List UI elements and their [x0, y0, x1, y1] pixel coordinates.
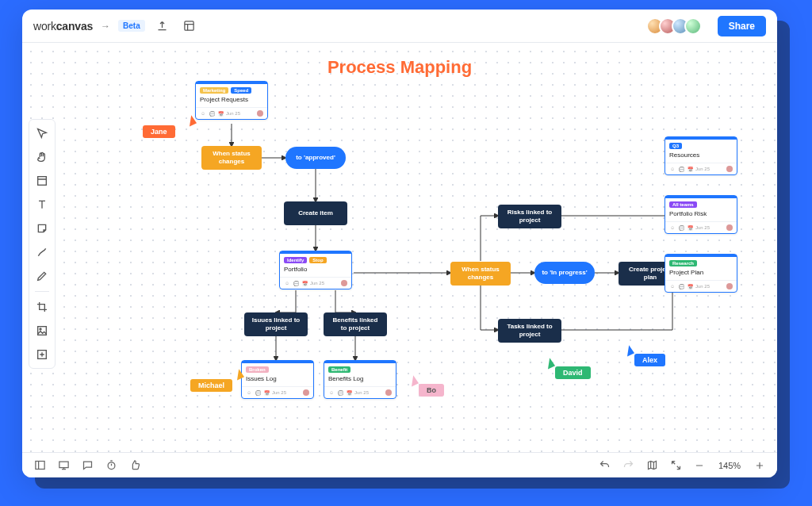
pill-risks-linked[interactable]: Risks linked to project [498, 205, 561, 228]
chip: Benefit [328, 366, 350, 373]
card-date: Jun 25 [695, 225, 710, 230]
svg-rect-6 [59, 462, 67, 468]
card-title: Benefits Log [324, 373, 396, 386]
select-tool[interactable] [33, 125, 51, 142]
date-icon: 📅 [217, 110, 224, 117]
svg-rect-0 [185, 21, 193, 30]
card-resources[interactable]: Q3 Resources ☺💬📅Jun 25 [665, 136, 737, 175]
svg-point-3 [40, 328, 41, 330]
panels-icon[interactable] [32, 458, 48, 473]
zoom-level[interactable]: 145% [715, 461, 744, 470]
card-avatar [257, 110, 263, 117]
chat-icon: 💬 [209, 110, 215, 117]
image-tool[interactable] [33, 322, 51, 339]
user-cursor-bo: Bo [419, 384, 444, 397]
logo-bold: canvas [56, 20, 93, 33]
card-issues-log[interactable]: Broken Issues Log ☺💬📅Jun 25 [241, 360, 314, 399]
avatar[interactable] [684, 17, 702, 35]
logo-prefix: work [33, 20, 56, 33]
canvas-title: Process Mapping [327, 57, 472, 78]
connectors [22, 43, 777, 452]
card-benefits-log[interactable]: Benefit Benefits Log ☺💬📅Jun 25 [324, 360, 396, 399]
pen-tool[interactable] [33, 267, 51, 285]
pill-benefits-linked[interactable]: Benefits linked to project [324, 312, 387, 336]
sticky-tool[interactable] [33, 220, 51, 237]
card-project-plan[interactable]: Research Project Plan ☺💬📅Jun 25 [665, 254, 737, 293]
text-tool[interactable] [33, 196, 51, 213]
timer-icon[interactable] [103, 458, 119, 473]
card-title: Portfolio Risk [665, 208, 737, 221]
app-window: workcanvas → Beta Share Process Mapping [22, 10, 777, 477]
upload-icon[interactable] [153, 17, 172, 36]
card-title: Project Plan [665, 266, 737, 280]
bottombar: 145% [22, 452, 777, 477]
comments-icon[interactable] [79, 458, 95, 473]
beta-badge: Beta [118, 20, 145, 32]
chip: Identify [284, 257, 307, 263]
card-date: Jun 25 [226, 111, 240, 116]
chip: Marketing [200, 87, 228, 94]
redo-icon[interactable] [620, 458, 636, 473]
user-cursor-jane: Jane [143, 125, 175, 138]
arrow-right-icon: → [101, 21, 110, 32]
card-portfolio-risk[interactable]: All teams Portfolio Risk ☺💬📅Jun 25 [665, 195, 737, 234]
chip: Research [669, 260, 697, 266]
card-date: Jun 25 [272, 390, 286, 395]
card-date: Jun 25 [695, 284, 710, 289]
pill-when-status-1[interactable]: When status changes [201, 146, 262, 170]
canvas[interactable]: Process Mapping [22, 43, 777, 452]
connector-tool[interactable] [33, 243, 51, 261]
card-project-requests[interactable]: MarketingSpeed Project Requests ☺💬📅Jun 2… [195, 81, 268, 120]
card-date: Jun 25 [695, 167, 710, 171]
thumbs-up-icon[interactable] [127, 458, 143, 473]
pill-to-approved[interactable]: to 'approved' [285, 147, 346, 169]
share-button[interactable]: Share [718, 16, 766, 36]
chip: Broken [246, 366, 269, 373]
topbar: workcanvas → Beta Share [22, 10, 777, 43]
hand-tool[interactable] [33, 148, 51, 166]
minimap-icon[interactable] [644, 458, 660, 473]
svg-rect-1 [38, 177, 47, 186]
logo: workcanvas [33, 20, 93, 33]
pill-when-status-2[interactable]: When status changes [450, 262, 511, 286]
crop-tool[interactable] [33, 298, 51, 316]
user-cursor-david: David [555, 366, 591, 379]
card-title: Portfolio [280, 263, 351, 277]
avatar-stack[interactable] [651, 17, 702, 35]
card-date: Jun 25 [310, 281, 324, 286]
chip: Stop [309, 257, 326, 263]
pill-to-in-progress[interactable]: to 'In progress' [534, 262, 595, 284]
card-title: Project Requests [196, 94, 267, 107]
fit-icon[interactable] [668, 458, 684, 473]
present-icon[interactable] [56, 458, 71, 473]
frame-tool[interactable] [33, 172, 51, 190]
undo-icon[interactable] [596, 458, 612, 473]
chip: Speed [231, 87, 251, 94]
pill-tasks-linked[interactable]: Tasks linked to project [498, 319, 561, 343]
pill-create-item[interactable]: Create item [284, 201, 347, 225]
card-title: Issues Log [242, 373, 313, 386]
chip: All teams [669, 201, 697, 208]
svg-rect-2 [38, 327, 47, 335]
add-tool[interactable] [33, 346, 51, 363]
pill-issues-linked[interactable]: Isuues linked to project [244, 312, 308, 336]
chip: Q3 [669, 143, 682, 149]
zoom-out-icon[interactable] [691, 458, 707, 473]
zoom-in-icon[interactable] [752, 458, 768, 473]
user-cursor-michael: Michael [190, 379, 232, 392]
card-portfolio[interactable]: IdentifyStop Portfolio ☺💬📅Jun 25 [279, 251, 352, 289]
card-title: Resources [665, 149, 737, 163]
svg-rect-5 [35, 462, 44, 470]
card-date: Jun 25 [354, 390, 369, 395]
template-icon[interactable] [180, 17, 199, 36]
toolbar [29, 119, 56, 369]
user-cursor-alex: Alex [634, 354, 665, 366]
person-icon: ☺ [200, 110, 206, 117]
